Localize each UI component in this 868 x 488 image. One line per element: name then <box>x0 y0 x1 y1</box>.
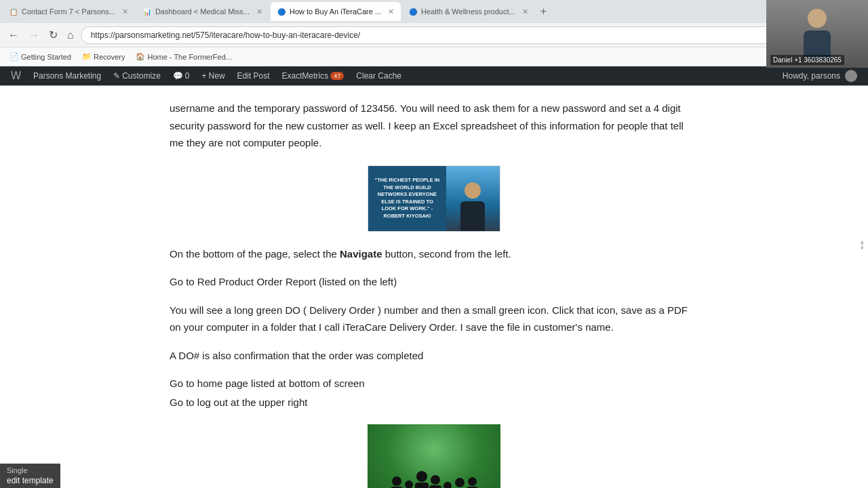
tab-icon: 🔵 <box>409 8 417 16</box>
comments-count: 0 <box>185 71 190 81</box>
avatar <box>845 70 857 82</box>
reload-button[interactable]: ↻ <box>46 27 60 43</box>
silhouette-3 <box>415 471 429 488</box>
new-icon: + <box>202 71 207 81</box>
howdy-label: Howdy, parsons <box>783 71 840 81</box>
edit-template-button[interactable]: edit template <box>7 476 54 485</box>
network-image <box>368 424 500 488</box>
tab-icon: 📊 <box>143 8 151 16</box>
tab-close-btn[interactable]: ✕ <box>388 7 394 16</box>
navigate-paragraph: On the bottom of the page, select the Na… <box>170 245 698 263</box>
video-info: Daniel +1 3603830265 <box>770 55 844 65</box>
quote-text: "THE RICHEST PEOPLE IN THE WORLD BUILD N… <box>374 177 441 220</box>
wp-logo[interactable]: W <box>5 68 26 83</box>
customize-label: Customize <box>122 71 161 81</box>
wp-site-name[interactable]: Parsons Marketing <box>28 70 106 82</box>
wp-howdy[interactable]: Howdy, parsons <box>777 68 863 83</box>
silhouette-6 <box>454 478 466 488</box>
comments-icon: 💬 <box>173 71 183 81</box>
person-head <box>808 9 827 28</box>
tab-contact-form[interactable]: 📋 Contact Form 7 < Parsons... ✕ <box>3 2 135 21</box>
silhouette-1 <box>391 476 403 488</box>
network-image-container <box>170 424 698 488</box>
wp-site-label: Parsons Marketing <box>33 71 101 81</box>
clear-cache-label: Clear Cache <box>356 71 401 81</box>
bookmark-label: Getting Started <box>21 53 71 61</box>
silhouette-2 <box>403 481 414 488</box>
back-button[interactable]: ← <box>5 28 22 43</box>
silhouette-5 <box>442 482 453 488</box>
tab-icon: 🔵 <box>277 8 285 16</box>
template-type-label: Single <box>7 466 54 474</box>
person-head <box>465 182 481 199</box>
silhouette-4 <box>429 475 441 488</box>
tab-bar: 📋 Contact Form 7 < Parsons... ✕ 📊 Dashbo… <box>0 0 868 23</box>
quote-text-block: "THE RICHEST PEOPLE IN THE WORLD BUILD N… <box>368 166 446 231</box>
tab-label: How to Buy An iTeraCare ... <box>290 7 381 16</box>
address-bar: ← → ↻ ⌂ ☆ 🔒 <box>0 23 868 47</box>
wp-admin-bar: W Parsons Marketing ✎ Customize 💬 0 + Ne… <box>0 66 868 85</box>
navigate-bold: Navigate <box>340 248 382 260</box>
person-figure <box>804 9 831 59</box>
caller-info: Daniel +1 3603830265 <box>773 56 842 64</box>
paragraph-4: You will see a long green DO ( Delivery … <box>170 302 698 336</box>
tab-label: Health & Wellness product... <box>421 7 515 16</box>
wp-comments[interactable]: 💬 0 <box>167 70 195 82</box>
tab-close-btn[interactable]: ✕ <box>522 7 528 16</box>
bookmark-icon: 🏠 <box>136 52 145 61</box>
tab-close-btn[interactable]: ✕ <box>256 7 262 16</box>
bookmark-icon: 📄 <box>9 52 19 61</box>
exactmetrics-label: ExactMetrics <box>282 71 329 81</box>
content-area: username and the temporary password of 1… <box>0 86 868 488</box>
customize-icon: ✎ <box>113 71 120 81</box>
paragraph-5: A DO# is also confirmation that the orde… <box>170 347 698 365</box>
bookmarks-bar: 📄 Getting Started 📁 Recovery 🏠 Home - Th… <box>0 47 868 66</box>
new-tab-button[interactable]: + <box>536 4 551 19</box>
tab-label: Contact Form 7 < Parsons... <box>22 7 115 16</box>
silhouette-group <box>391 471 478 488</box>
quote-person-block <box>446 166 500 231</box>
paragraph-7: Go to log out at the upper right <box>170 394 698 411</box>
paragraph-3: Go to Red Product Order Report (listed o… <box>170 273 698 291</box>
forward-button[interactable]: → <box>26 28 42 43</box>
browser-chrome: 📋 Contact Form 7 < Parsons... ✕ 📊 Dashbo… <box>0 0 868 86</box>
wp-new[interactable]: + New <box>197 70 231 82</box>
bookmark-label: Recovery <box>94 53 125 61</box>
wp-edit-post[interactable]: Edit Post <box>232 70 275 82</box>
bookmark-home[interactable]: 🏠 Home - The FormerFed... <box>132 51 236 62</box>
tab-iteracare[interactable]: 🔵 How to Buy An iTeraCare ... ✕ <box>271 2 401 21</box>
bookmark-label: Home - The FormerFed... <box>147 53 232 61</box>
video-overlay: Daniel +1 3603830265 <box>766 0 868 68</box>
home-button[interactable]: ⌂ <box>64 28 77 43</box>
edit-post-label: Edit Post <box>237 71 270 81</box>
new-label: New <box>209 71 225 81</box>
wp-customize[interactable]: ✎ Customize <box>108 70 166 82</box>
address-input[interactable] <box>81 26 834 44</box>
tab-dashboard[interactable]: 📊 Dashboard < Medical Miss... ✕ <box>136 2 269 21</box>
bookmark-getting-started[interactable]: 📄 Getting Started <box>5 51 75 62</box>
tab-label: Dashboard < Medical Miss... <box>155 7 250 16</box>
quote-image: "THE RICHEST PEOPLE IN THE WORLD BUILD N… <box>368 165 500 232</box>
quote-image-container: "THE RICHEST PEOPLE IN THE WORLD BUILD N… <box>170 165 698 232</box>
tab-close-btn[interactable]: ✕ <box>122 7 128 16</box>
wp-exactmetrics[interactable]: ExactMetrics 47 <box>277 70 350 82</box>
paragraph-1: username and the temporary password of 1… <box>170 100 698 152</box>
tab-icon: 📋 <box>9 8 18 16</box>
exactmetrics-badge: 47 <box>330 72 344 80</box>
bottom-left-badge: Single edit template <box>0 464 60 488</box>
bookmark-icon: 📁 <box>82 52 92 61</box>
page-content: username and the temporary password of 1… <box>142 86 726 488</box>
tab-health[interactable]: 🔵 Health & Wellness product... ✕ <box>402 2 535 21</box>
bookmark-recovery[interactable]: 📁 Recovery <box>78 51 129 62</box>
navigate-text-before: On the bottom of the page, select the <box>170 248 340 260</box>
person-figure <box>456 177 490 231</box>
navigate-text-after: button, second from the left. <box>382 248 511 260</box>
silhouette-7 <box>467 477 478 488</box>
person-body <box>460 201 485 231</box>
paragraph-6: Go to home page listed at bottom of scre… <box>170 375 698 392</box>
wp-clear-cache[interactable]: Clear Cache <box>351 70 407 82</box>
